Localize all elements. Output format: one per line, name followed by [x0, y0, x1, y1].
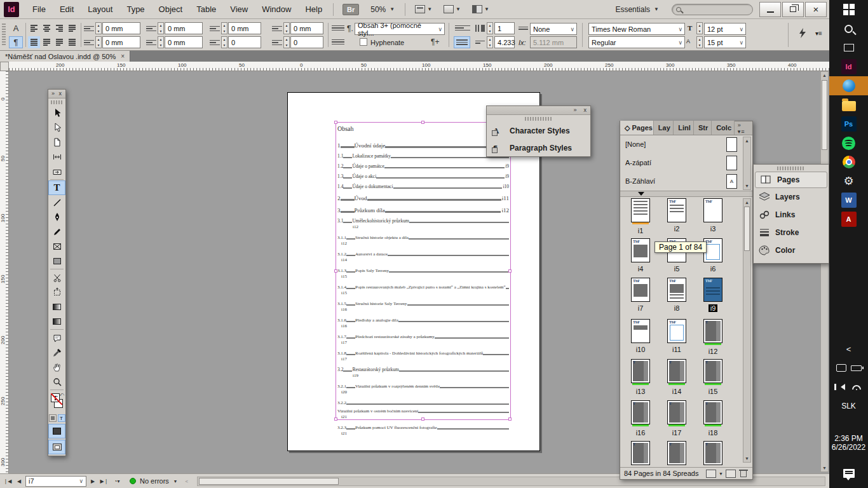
toc-entry[interactable]: 1.4Údaje o dokumentacii10	[337, 181, 509, 189]
taskbar-spotify[interactable]	[829, 133, 868, 152]
menu-view[interactable]: View	[223, 0, 255, 19]
page-label[interactable]: i12	[707, 348, 720, 355]
collapse-panel-icon[interactable]: »	[51, 90, 56, 97]
gradient-swatch-tool[interactable]	[48, 299, 65, 314]
menu-layout[interactable]: Layout	[81, 0, 119, 19]
fill-stroke-swatches[interactable]: T⤺	[48, 391, 65, 414]
dock-item-pages[interactable]: Pages	[755, 172, 827, 188]
dock-item-layers[interactable]: Layers	[754, 188, 829, 206]
page-label[interactable]: i7	[636, 304, 646, 312]
page-thumbnail[interactable]: TbF	[631, 278, 650, 302]
scrollbar-thumb[interactable]	[822, 80, 827, 150]
dock-item-color[interactable]: Color	[754, 241, 829, 259]
apply-color-button[interactable]	[48, 424, 65, 438]
ruler-origin-box[interactable]	[0, 62, 9, 71]
columns-field[interactable]: 1	[494, 22, 515, 34]
swap-fill-stroke-icon[interactable]: ⤺	[60, 392, 64, 397]
close-panel-icon[interactable]: x	[59, 90, 64, 97]
cp-last-line-indent-field[interactable]: 0 mm	[165, 36, 203, 48]
justify-center-button[interactable]	[41, 36, 53, 48]
page-thumbnail-cell[interactable]: T	[623, 441, 658, 465]
content-collector-tool[interactable]	[48, 164, 65, 179]
page-thumbnail-cell[interactable]: T	[659, 441, 695, 465]
span-dropdown[interactable]: None	[530, 23, 577, 35]
master-row[interactable]: [None]	[620, 135, 742, 153]
toc-entry[interactable]: 3.1.1Stručná historie objektu a dílai12	[337, 232, 509, 247]
preflight-menu-icon[interactable]: ◔▾	[111, 476, 123, 486]
frame-handle[interactable]	[421, 121, 424, 124]
page-label[interactable]: i15	[707, 388, 720, 395]
pages-scrollbar[interactable]: ▲▼	[743, 198, 751, 463]
menu-file[interactable]: File	[25, 0, 53, 19]
page-label[interactable]: i3	[709, 225, 718, 233]
clock[interactable]: 2:36 PM6/26/2022	[829, 431, 868, 455]
create-spread-icon[interactable]	[706, 470, 716, 478]
page-thumbnail-cell[interactable]: Ti12	[695, 319, 731, 356]
taskbar-chrome[interactable]	[829, 152, 868, 172]
toc-entry[interactable]: 1.2Údaje o památcei9	[337, 161, 509, 169]
frame-handle[interactable]	[508, 417, 512, 421]
page-label[interactable]: i10	[634, 346, 648, 353]
taskbar-word[interactable]: W	[829, 191, 868, 210]
align-right-button[interactable]	[53, 22, 65, 34]
free-transform-tool[interactable]	[48, 285, 65, 299]
scrollbar-thumb[interactable]	[744, 207, 750, 251]
screen-mode-button[interactable]	[48, 440, 65, 454]
vertical-ruler[interactable]: 050100150200250300	[0, 71, 9, 473]
toc-entry[interactable]: 3.2.2Vizuální průzkum v ostrém bočním na…	[337, 397, 509, 420]
dock-item-stroke[interactable]: Stroke	[754, 224, 829, 241]
page-label[interactable]: i2	[672, 225, 682, 233]
page-label[interactable]: i5	[672, 265, 682, 273]
page-label[interactable]: i14	[670, 388, 684, 395]
scroll-down-icon[interactable]: ▼	[743, 182, 750, 189]
styles-panel-item-character-styles[interactable]: ACharacter Styles	[487, 122, 590, 139]
view-options-button[interactable]: ▼	[409, 5, 438, 13]
font-size-stepper[interactable]: ▲▼	[696, 22, 703, 34]
page-thumbnail-cell[interactable]: Ti17	[659, 400, 695, 438]
document-tab[interactable]: *Náměšť nad Oslavou .indd @ 50% ×	[0, 51, 130, 62]
panel-menu-icon[interactable]: ▾≡	[815, 30, 822, 37]
page-thumbnail-cell[interactable]: TbFi3	[695, 198, 731, 234]
type-tool[interactable]: T	[48, 180, 65, 195]
pencil-tool[interactable]	[48, 224, 65, 239]
master-row[interactable]: B-ZáhlavíA	[620, 172, 742, 190]
toc-entry[interactable]: 2Úvodi11	[337, 191, 509, 201]
restore-button[interactable]	[782, 2, 804, 17]
master-row[interactable]: A-zápatí	[620, 154, 742, 172]
panel-grip[interactable]	[2, 24, 6, 46]
cp-first-line-indent-stepper[interactable]: ▲▼	[95, 36, 102, 48]
toc-entry[interactable]: 3.1Uměleckohistorický průzkumi12	[337, 215, 509, 230]
paragraph-direction-icon[interactable]: ¶+	[431, 37, 439, 46]
toc-entry[interactable]: 3.2Restaurátorský průzkumi19	[337, 364, 509, 379]
panel-menu-icon[interactable]: » ▾≡	[735, 122, 752, 135]
cp-space-after-field[interactable]: 0 mm	[290, 22, 323, 34]
scroll-up-icon[interactable]: ▲	[743, 199, 750, 206]
gutter-stepper[interactable]: ▲▼	[487, 36, 493, 48]
page-thumbnail-cell[interactable]: TbFi8	[659, 278, 695, 313]
cp-drop-cap-lines-stepper[interactable]: ▲▼	[221, 36, 227, 48]
character-formatting-toggle[interactable]: A	[9, 22, 23, 34]
page-tool[interactable]	[48, 135, 65, 149]
zoom-tool[interactable]	[48, 374, 65, 389]
page-thumbnail-cell[interactable]: TbFi7	[623, 278, 658, 313]
scroll-up-icon[interactable]: ▲	[821, 72, 828, 79]
formatting-affects-text-button[interactable]: T	[58, 414, 65, 422]
paragraph-style-dropdown[interactable]: Obsah 3+ (pomocné styl...	[355, 23, 445, 35]
page-thumbnail-cell[interactable]: i1	[623, 198, 658, 236]
page-thumbnail[interactable]: T	[667, 441, 686, 465]
page-label[interactable]: i13	[634, 388, 648, 395]
leading-stepper[interactable]: ▲▼	[696, 36, 703, 48]
page-label[interactable]: i17	[670, 429, 684, 437]
previous-page-button[interactable]: ◀	[14, 476, 24, 486]
task-view-button[interactable]	[829, 38, 868, 57]
panel-grip[interactable]	[525, 117, 553, 121]
page-thumbnail[interactable]: T	[703, 400, 722, 424]
page-thumbnail-cell[interactable]: TbFi11	[659, 319, 695, 355]
tablet-mode-icon[interactable]	[836, 364, 846, 372]
justify-right-button[interactable]	[53, 36, 65, 48]
columns-stepper[interactable]: ▲▼	[487, 22, 493, 34]
page-thumbnail-cell[interactable]: T	[695, 441, 731, 465]
table-of-contents[interactable]: Obsah 1Úvodní údaje1.1Lokalizace památky…	[337, 124, 509, 438]
rectangle-tool[interactable]	[48, 254, 65, 268]
toc-entry[interactable]: 3.1.3Popis Saly Terrenyi15	[337, 265, 509, 280]
